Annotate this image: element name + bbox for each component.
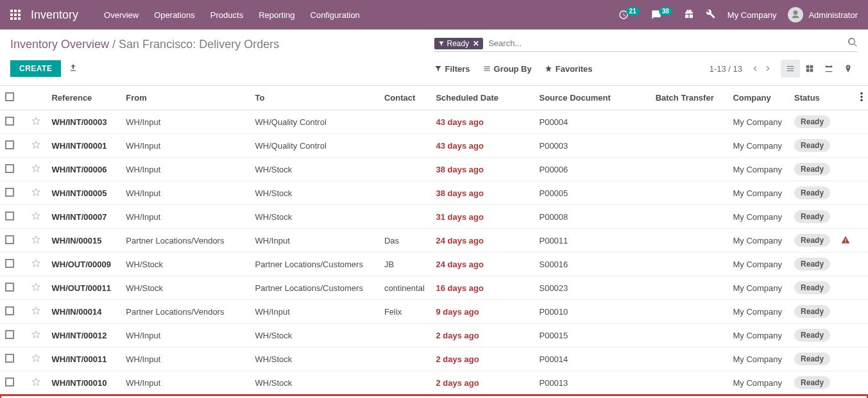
tools-icon[interactable] bbox=[706, 9, 716, 21]
view-kanban-icon[interactable] bbox=[800, 60, 819, 78]
import-icon[interactable] bbox=[69, 63, 78, 74]
row-checkbox[interactable] bbox=[5, 211, 14, 220]
cell-source: P00006 bbox=[534, 158, 650, 181]
favorites-button[interactable]: Favorites bbox=[545, 64, 593, 74]
view-list-icon[interactable] bbox=[781, 60, 800, 78]
cell-source: P00011 bbox=[534, 229, 650, 253]
cell-warning bbox=[836, 110, 855, 134]
cell-date: 24 days ago bbox=[430, 229, 534, 253]
col-status[interactable]: Status bbox=[789, 86, 836, 110]
row-checkbox[interactable] bbox=[5, 283, 14, 292]
table-row[interactable]: WH/OUT/00009 WH/Stock Partner Locations/… bbox=[0, 253, 868, 276]
row-checkbox[interactable] bbox=[5, 330, 14, 339]
cell-company: My Company bbox=[728, 229, 789, 253]
nav-operations[interactable]: Operations bbox=[154, 10, 195, 20]
cell-to: WH/Input bbox=[250, 229, 379, 253]
col-contact[interactable]: Contact bbox=[379, 86, 431, 110]
cell-company: My Company bbox=[728, 276, 789, 300]
table-row[interactable]: WH/IN/00021 Partner Locations/Customers … bbox=[0, 395, 868, 399]
star-icon[interactable] bbox=[31, 237, 41, 247]
chevron-right-icon[interactable] bbox=[764, 65, 772, 72]
cell-source: P00004 bbox=[534, 110, 650, 134]
table-row[interactable]: WH/INT/00006 WH/Input WH/Stock 38 days a… bbox=[0, 158, 868, 181]
pager[interactable]: 1-13 / 13 bbox=[710, 64, 742, 74]
row-checkbox[interactable] bbox=[5, 140, 14, 149]
nav-products[interactable]: Products bbox=[210, 10, 243, 20]
funnel-icon bbox=[434, 65, 442, 72]
row-checkbox[interactable] bbox=[5, 117, 14, 126]
view-calendar-icon[interactable] bbox=[819, 60, 838, 78]
gift-icon[interactable] bbox=[684, 9, 694, 21]
col-reference[interactable]: Reference bbox=[46, 86, 121, 110]
chevron-left-icon[interactable] bbox=[751, 65, 759, 72]
col-to[interactable]: To bbox=[250, 86, 379, 110]
table-row[interactable]: WH/INT/00007 WH/Input WH/Stock 31 days a… bbox=[0, 205, 868, 229]
row-checkbox[interactable] bbox=[5, 354, 14, 363]
col-date[interactable]: Scheduled Date bbox=[430, 86, 534, 110]
cell-company: My Company bbox=[728, 324, 789, 347]
cell-to: WH/Stock bbox=[250, 371, 379, 395]
star-icon[interactable] bbox=[31, 332, 41, 342]
table-row[interactable]: WH/INT/00003 WH/Input WH/Quality Control… bbox=[0, 110, 868, 134]
view-map-icon[interactable] bbox=[838, 60, 858, 78]
row-checkbox[interactable] bbox=[5, 235, 14, 244]
cell-company: My Company bbox=[728, 347, 789, 371]
filters-button[interactable]: Filters bbox=[434, 64, 470, 74]
cell-to: Partner Locations/Customers bbox=[250, 276, 379, 300]
star-icon[interactable] bbox=[31, 142, 41, 152]
star-icon[interactable] bbox=[31, 213, 41, 223]
star-icon[interactable] bbox=[31, 356, 41, 365]
col-source[interactable]: Source Document bbox=[534, 86, 650, 110]
cell-contact bbox=[379, 371, 431, 395]
cell-date: 24 days ago bbox=[430, 253, 534, 276]
status-badge: Ready bbox=[794, 376, 830, 389]
search-icon[interactable] bbox=[847, 37, 858, 49]
nav-reporting[interactable]: Reporting bbox=[259, 10, 294, 20]
column-options-icon[interactable] bbox=[860, 92, 863, 103]
facet-remove[interactable]: ✕ bbox=[473, 39, 479, 48]
cell-batch bbox=[651, 324, 728, 347]
activities-button[interactable]: 21 bbox=[618, 10, 640, 20]
table-row[interactable]: WH/INT/00011 WH/Input WH/Stock 2 days ag… bbox=[0, 347, 868, 371]
row-checkbox[interactable] bbox=[5, 164, 14, 173]
star-icon[interactable] bbox=[31, 166, 41, 176]
star-icon[interactable] bbox=[31, 308, 41, 318]
breadcrumb-parent[interactable]: Inventory Overview bbox=[10, 38, 109, 51]
row-checkbox[interactable] bbox=[5, 259, 14, 268]
star-icon[interactable] bbox=[31, 261, 41, 270]
col-from[interactable]: From bbox=[121, 86, 250, 110]
apps-icon[interactable] bbox=[10, 10, 21, 20]
nav-overview[interactable]: Overview bbox=[104, 10, 139, 20]
messages-button[interactable]: 38 bbox=[651, 10, 672, 20]
cell-from: WH/Input bbox=[121, 347, 250, 371]
table-row[interactable]: WH/INT/00005 WH/Input WH/Stock 38 days a… bbox=[0, 181, 868, 205]
create-button[interactable]: CREATE bbox=[10, 60, 61, 77]
table-row[interactable]: WH/INT/00012 WH/Input WH/Stock 2 days ag… bbox=[0, 324, 868, 347]
cell-from: WH/Input bbox=[121, 158, 250, 181]
company-name[interactable]: My Company bbox=[728, 10, 777, 20]
table-row[interactable]: WH/IN/00014 Partner Locations/Vendors WH… bbox=[0, 300, 868, 324]
col-batch[interactable]: Batch Transfer bbox=[651, 86, 728, 110]
cell-to: WH/Stock bbox=[250, 158, 379, 181]
cell-to: Partner Locations/Customers bbox=[250, 253, 379, 276]
col-company[interactable]: Company bbox=[728, 86, 789, 110]
groupby-button[interactable]: Group By bbox=[483, 64, 532, 74]
row-checkbox[interactable] bbox=[5, 188, 14, 197]
cell-company: My Company bbox=[728, 253, 789, 276]
table-row[interactable]: WH/IN/00015 Partner Locations/Vendors WH… bbox=[0, 229, 868, 253]
star-icon[interactable] bbox=[31, 379, 41, 389]
table-row[interactable]: WH/OUT/00011 WH/Stock Partner Locations/… bbox=[0, 276, 868, 300]
table-row[interactable]: WH/INT/00001 WH/Input WH/Quality Control… bbox=[0, 134, 868, 158]
select-all-checkbox[interactable] bbox=[5, 92, 14, 101]
star-icon[interactable] bbox=[31, 119, 41, 128]
row-checkbox[interactable] bbox=[5, 377, 14, 386]
user-menu[interactable]: Administrator bbox=[788, 7, 858, 22]
star-icon[interactable] bbox=[31, 190, 41, 199]
nav-configuration[interactable]: Configuration bbox=[311, 10, 360, 20]
row-checkbox[interactable] bbox=[5, 306, 14, 315]
app-title[interactable]: Inventory bbox=[31, 8, 78, 22]
star-icon[interactable] bbox=[31, 285, 41, 294]
cell-company: My Company bbox=[728, 205, 789, 229]
search-input[interactable] bbox=[483, 37, 847, 49]
table-row[interactable]: WH/INT/00010 WH/Input WH/Stock 2 days ag… bbox=[0, 371, 868, 395]
